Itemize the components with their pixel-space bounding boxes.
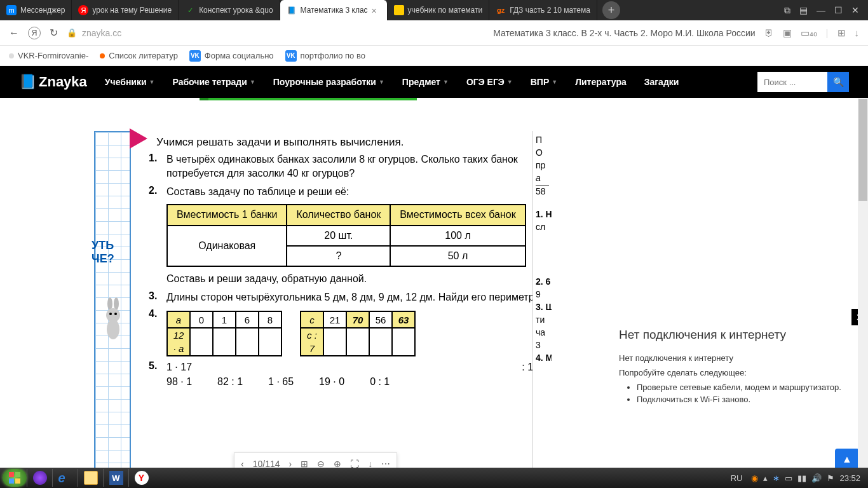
td: 12 · a	[167, 328, 190, 356]
scrollbar-thumb[interactable]	[858, 99, 867, 201]
tab-konspekt[interactable]: ✓Конспект урока &quo	[179, 0, 280, 20]
section-heading: Учимся решать задачи и выполнять вычисле…	[156, 136, 539, 149]
td	[369, 328, 392, 356]
list-item: Проверьте сетевые кабели, модем и маршру…	[637, 383, 850, 392]
nav-lit[interactable]: Литература	[575, 77, 627, 87]
zoom-out-icon[interactable]: ⊖	[317, 459, 325, 468]
logo-icon: 📘	[19, 74, 36, 90]
systray: RU ◉ ▴ ∗ ▭ ▮▮ 🔊 ⚑ 23:52	[731, 473, 865, 483]
bluetooth-icon[interactable]: ∗	[773, 473, 780, 483]
svg-point-4	[109, 313, 112, 315]
more-icon[interactable]: ⋯	[381, 459, 390, 468]
nav-label: Рабочие тетради	[173, 77, 247, 87]
language-indicator[interactable]: RU	[731, 473, 743, 483]
grid-view-icon[interactable]: ⊞	[301, 459, 308, 468]
bookmark-label: Список литератур	[109, 51, 178, 60]
flag-icon[interactable]: ⚑	[827, 473, 834, 483]
svg-point-5	[114, 313, 117, 315]
url-zone[interactable]: 🔒 znayka.cc	[67, 28, 484, 38]
action-center-icon[interactable]: ▭	[785, 473, 792, 483]
bookmark-label: портфолио по во	[301, 51, 365, 60]
td: Одинаковая	[167, 226, 287, 267]
shield-icon[interactable]: ⛨	[764, 27, 774, 39]
page-margin-grid: УТЬ ЧЕ?	[94, 131, 131, 468]
td: 56	[369, 311, 392, 328]
task4-table-a: a0168 12 · a	[166, 311, 282, 356]
bookmark-lit[interactable]: Список литератур	[100, 51, 178, 60]
taskbar-yandex[interactable]: Y	[128, 469, 154, 487]
prev-page-icon[interactable]: ‹	[241, 459, 244, 468]
bookmark-vk-form[interactable]: VKФорма социально	[189, 50, 274, 62]
sidebar-icon[interactable]: ⧉	[784, 5, 790, 16]
td	[392, 328, 415, 356]
bookmark-vkr[interactable]: VKR-Formirovanie-	[9, 51, 88, 60]
nav-uchebniki[interactable]: Учебники▼	[105, 77, 155, 87]
counter-icon[interactable]: ▭₄₀	[801, 27, 817, 39]
td: c : 7	[301, 328, 323, 356]
scrollbar[interactable]	[858, 98, 868, 468]
notes-icon[interactable]: ▤	[799, 5, 808, 15]
nav-label: Предмет	[402, 77, 440, 87]
site-logo[interactable]: 📘Znayka	[19, 74, 87, 90]
back-icon[interactable]: ←	[9, 27, 19, 39]
maximize-icon[interactable]: ☐	[834, 5, 843, 15]
svg-rect-7	[15, 472, 20, 477]
nav-zagadki[interactable]: Загадки	[644, 77, 679, 87]
expr: 0 : 1	[370, 375, 390, 389]
nav-tetradi[interactable]: Рабочие тетради▼	[173, 77, 255, 87]
svg-rect-8	[9, 478, 14, 484]
start-button[interactable]	[3, 469, 27, 487]
volume-icon[interactable]: 🔊	[811, 473, 822, 483]
nav-vpr[interactable]: ВПР▼	[531, 77, 557, 87]
tab-gdz[interactable]: gzГДЗ часть 2 10 матема	[489, 0, 597, 20]
translate-icon[interactable]: ▣	[783, 27, 792, 39]
taskbar-word[interactable]: W	[103, 469, 128, 487]
tray-arrow-icon[interactable]: ▴	[763, 473, 768, 483]
taskbar-explorer[interactable]	[78, 469, 103, 487]
taskbar-ie[interactable]: e	[52, 469, 78, 487]
extensions-icon[interactable]: ⊞	[837, 27, 846, 39]
task-intro: Составь задачу по таблице и реши её:	[166, 185, 539, 199]
expr: 98 · 1	[166, 375, 192, 389]
scroll-top-button[interactable]: ▲	[835, 449, 859, 468]
window-controls: ⧉ ▤ — ☐ ✕	[784, 5, 868, 16]
bookmark-label: Форма социально	[205, 51, 274, 60]
minimize-icon[interactable]: —	[817, 5, 825, 15]
taskbar-alice[interactable]	[27, 469, 52, 487]
svg-point-0	[107, 297, 112, 310]
search-button[interactable]: 🔍	[827, 72, 849, 92]
nav-predmet[interactable]: Предмет▼	[402, 77, 449, 87]
tab-lesson[interactable]: Яурок на тему Решение	[72, 0, 179, 20]
nav-oge[interactable]: ОГЭ ЕГЭ▼	[466, 77, 513, 87]
next-page-icon[interactable]: ›	[289, 459, 292, 468]
yandex-home-icon[interactable]: Я	[28, 27, 41, 39]
task-number: 2.	[149, 185, 160, 287]
download-icon[interactable]: ↓	[368, 459, 372, 468]
clock[interactable]: 23:52	[839, 473, 860, 483]
page-indicator: 10/114	[253, 459, 280, 468]
downloads-icon[interactable]: ↓	[855, 27, 860, 39]
content-area: УТЬ ЧЕ? Учимся решать задачи и выполнять…	[0, 100, 868, 468]
tab-label: Математика 3 клас	[301, 6, 368, 15]
close-window-icon[interactable]: ✕	[851, 5, 859, 15]
new-tab-button[interactable]: +	[602, 1, 620, 19]
addr-right-icons: ⛨ ▣ ▭₄₀ | ⊞ ↓	[764, 27, 859, 39]
search-input[interactable]	[757, 72, 827, 92]
chevron-down-icon: ▼	[149, 79, 155, 85]
tab-messenger[interactable]: mМессенджер	[0, 0, 72, 20]
error-line: Нет подключения к интернету	[619, 353, 850, 363]
tab-math-active[interactable]: 📘Математика 3 клас×	[280, 0, 388, 20]
reload-icon[interactable]: ↻	[50, 27, 58, 39]
zoom-in-icon[interactable]: ⊕	[334, 459, 341, 468]
wifi-icon[interactable]: ▮▮	[797, 473, 806, 483]
td: 20 шт.	[287, 226, 390, 246]
bookmark-vk-portfolio[interactable]: VKпортфолио по во	[285, 50, 365, 62]
fullscreen-icon[interactable]: ⛶	[350, 459, 359, 468]
task-body: Составь задачу по таблице и реши её: Вме…	[166, 185, 539, 287]
nav-pourochnye[interactable]: Поурочные разработки▼	[273, 77, 384, 87]
tray-icon[interactable]: ◉	[751, 473, 758, 483]
tab-uchebnik[interactable]: учебник по математи	[388, 0, 490, 20]
td: c	[301, 311, 323, 328]
close-icon[interactable]: ×	[372, 6, 381, 15]
vk-icon: VK	[285, 50, 297, 62]
